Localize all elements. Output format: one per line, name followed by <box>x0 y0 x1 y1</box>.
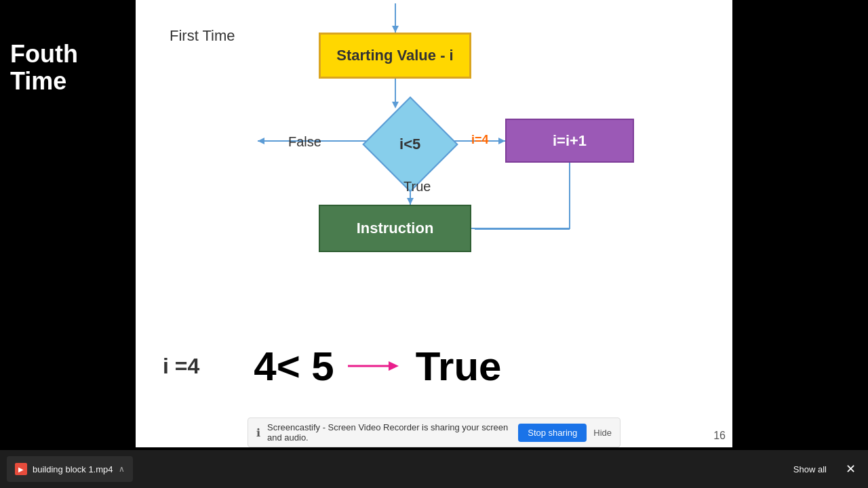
hide-button[interactable]: Hide <box>593 428 612 438</box>
flowchart: First Time Starting Value - i i<5 i=4 Fa… <box>136 0 732 285</box>
main-content: First Time Starting Value - i i<5 i=4 Fa… <box>136 0 732 447</box>
true-label: True <box>403 179 431 195</box>
increment-box: i=i+1 <box>505 119 634 163</box>
notification-bar: ℹ Screencastify - Screen Video Recorder … <box>248 418 620 447</box>
svg-marker-1 <box>392 26 399 33</box>
right-expression: True <box>416 343 502 390</box>
left-sidebar: Fouth Time <box>0 0 136 447</box>
starting-value-box: Starting Value - i <box>319 33 471 79</box>
taskbar-item-icon: ▶ <box>15 463 27 475</box>
taskbar-item-label: building block 1.mp4 <box>33 464 113 474</box>
svg-marker-5 <box>258 138 264 144</box>
diamond-shape: i<5 <box>362 96 458 192</box>
instruction-label: Instruction <box>357 220 434 237</box>
slide-number: 16 <box>713 430 726 442</box>
svg-marker-11 <box>407 198 414 205</box>
taskbar-chevron-icon: ∧ <box>119 464 125 474</box>
svg-marker-7 <box>498 138 505 144</box>
false-label: False <box>288 134 321 150</box>
expression-center: 4< 5 True <box>254 343 501 390</box>
notification-icon: ℹ <box>256 426 260 439</box>
taskbar-item-video[interactable]: ▶ building block 1.mp4 ∧ <box>7 456 133 482</box>
instruction-box: Instruction <box>319 205 471 252</box>
right-sidebar <box>732 0 868 447</box>
diamond-label: i<5 <box>399 136 420 153</box>
taskbar-close-button[interactable]: ✕ <box>840 459 861 479</box>
show-all-button[interactable]: Show all <box>787 460 833 479</box>
notification-message: Screencastify - Screen Video Recorder is… <box>267 422 511 443</box>
stop-sharing-button[interactable]: Stop sharing <box>518 424 587 442</box>
left-expression: 4< 5 <box>254 343 334 390</box>
taskbar: ▶ building block 1.mp4 ∧ Show all ✕ <box>0 450 868 488</box>
starting-value-text: Starting Value - i <box>336 47 453 64</box>
diamond-container: i<5 <box>366 100 454 188</box>
fourth-time-label: Fouth Time <box>10 41 125 94</box>
increment-label: i=i+1 <box>553 132 587 150</box>
first-time-label: First Time <box>170 27 235 45</box>
i-value-label: i =4 <box>163 354 199 379</box>
svg-marker-14 <box>389 361 399 371</box>
arrow-pink <box>348 356 402 376</box>
i-equals-4-label: i=4 <box>471 133 489 147</box>
